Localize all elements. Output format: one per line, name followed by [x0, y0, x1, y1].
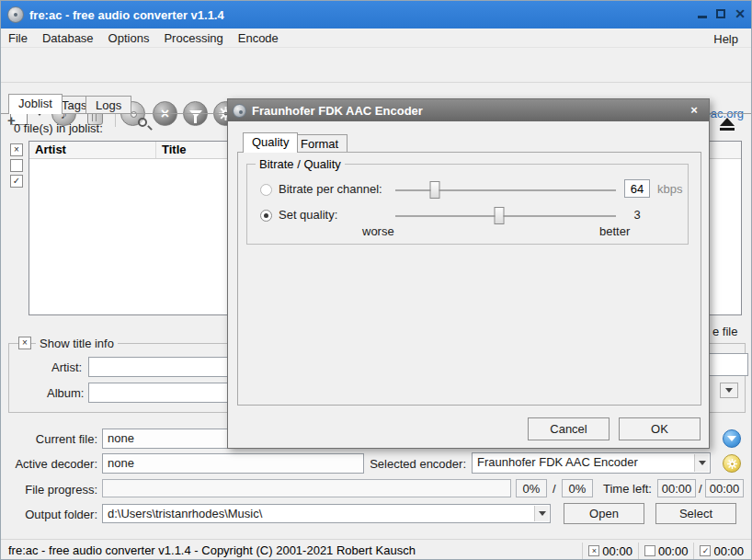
encoder-settings-gear-icon[interactable]: [723, 454, 741, 473]
select-button[interactable]: Select: [655, 503, 736, 524]
bitrate-unit-label: kbps: [657, 182, 682, 196]
check-checkbox-icon: ✓: [700, 545, 711, 556]
quality-slider[interactable]: [395, 215, 616, 217]
open-button[interactable]: Open: [564, 503, 644, 524]
title-info-right-field-fragment[interactable]: [707, 353, 748, 376]
title-info-right-label-fragment: e file: [712, 325, 737, 338]
minimize-icon[interactable]: [698, 16, 707, 18]
empty-checkbox-icon: [644, 545, 655, 556]
file-progress-bar: [102, 479, 511, 497]
timer-value: 00:00: [658, 544, 689, 558]
bitrate-slider[interactable]: [395, 189, 616, 191]
total-progress-percent: 0%: [562, 479, 593, 497]
active-decoder-label: Active decoder:: [1, 457, 97, 471]
menu-encode[interactable]: Encode: [231, 29, 286, 47]
bitrate-label: Bitrate per channel:: [279, 182, 382, 196]
quality-slider-thumb[interactable]: [494, 207, 504, 224]
percent-separator: /: [553, 482, 556, 496]
tab-joblist[interactable]: Joblist: [8, 94, 63, 114]
freac-app-icon: [233, 104, 246, 118]
menu-processing[interactable]: Processing: [156, 29, 230, 47]
eject-icon[interactable]: [713, 115, 741, 133]
output-folder-combobox[interactable]: d:\Users\tristanrhodes\Music\: [102, 504, 551, 523]
bitrate-value-field[interactable]: 64: [624, 179, 650, 198]
joblist-count-label: 0 file(s) in joblist:: [14, 121, 103, 135]
file-progress-percent: 0%: [516, 479, 547, 497]
statusbar-timers: × 00:00 00:00 ✓ 00:00: [582, 543, 749, 559]
quality-label: Set quality:: [279, 208, 337, 222]
menu-bar: File Database Options Processing Encode …: [1, 29, 752, 48]
status-bar: fre:ac - free audio converter v1.1.4 - C…: [1, 539, 752, 560]
window-title: fre:ac - free audio converter v1.1.4: [29, 8, 224, 22]
encoder-dropdown-icon[interactable]: [694, 454, 709, 472]
cancel-button[interactable]: Cancel: [528, 417, 610, 440]
funnel-glyph: [727, 436, 736, 441]
timer-value: 00:00: [602, 544, 632, 558]
toolbar: + ♪ ♪ × × www.freac.org: [1, 49, 752, 83]
artist-label: Artist:: [51, 360, 82, 374]
dialog-titlebar[interactable]: Fraunhofer FDK AAC Encoder ×: [228, 99, 709, 121]
menu-database[interactable]: Database: [35, 29, 101, 47]
gear-glyph: [727, 459, 737, 469]
selected-encoder-label: Selected encoder:: [369, 457, 466, 471]
ok-button[interactable]: OK: [619, 417, 701, 440]
timer-unchecked-tracks: 00:00: [638, 543, 694, 559]
selected-encoder-combobox[interactable]: Fraunhofer FDK AAC Encoder: [472, 452, 711, 474]
timer-value: 00:00: [713, 544, 744, 558]
output-folder-value: d:\Users\tristanrhodes\Music\: [108, 507, 262, 520]
freac-main-window: fre:ac - free audio converter v1.1.4 ✕ F…: [0, 0, 752, 560]
quality-value: 3: [624, 208, 650, 222]
chevron-down-icon: [725, 388, 733, 393]
signal-processing-icon[interactable]: [723, 429, 741, 448]
dialog-close-icon[interactable]: ×: [687, 103, 701, 118]
dialog-tab-quality[interactable]: Quality: [243, 132, 298, 153]
scale-worse-label: worse: [362, 224, 394, 238]
active-decoder-value: none: [102, 453, 364, 474]
dialog-title: Fraunhofer FDK AAC Encoder: [252, 104, 423, 118]
bitrate-radio[interactable]: [260, 184, 272, 196]
maximize-icon[interactable]: [716, 9, 725, 18]
title-info-right-dropdown-fragment[interactable]: [720, 383, 738, 398]
time-left-label: Time left:: [603, 482, 652, 496]
time-separator: /: [699, 482, 702, 496]
show-title-info-label: Show title info: [36, 337, 118, 350]
magnifier-glyph: [138, 118, 147, 127]
output-folder-dropdown-icon[interactable]: [534, 506, 549, 521]
scale-better-label: better: [599, 224, 630, 238]
show-title-info-checkbox[interactable]: ×: [18, 337, 31, 349]
x-checkbox-icon: ×: [588, 545, 599, 556]
toggle-selection-button[interactable]: ✓: [10, 175, 23, 188]
column-header-artist[interactable]: Artist: [29, 142, 156, 158]
encoder-config-dialog: Fraunhofer FDK AAC Encoder × Quality For…: [227, 98, 710, 449]
tab-logs[interactable]: Logs: [85, 96, 131, 114]
quality-radio[interactable]: [260, 210, 272, 222]
dialog-tab-format[interactable]: Format: [291, 134, 348, 153]
time-left-total: 00:00: [705, 479, 744, 497]
file-progress-label: File progress:: [1, 483, 97, 497]
menu-help[interactable]: Help: [706, 30, 746, 48]
select-all-button[interactable]: ×: [10, 143, 23, 156]
album-label: Album:: [47, 386, 84, 400]
timer-checked-tracks: ✓ 00:00: [693, 543, 749, 559]
close-icon[interactable]: ✕: [735, 9, 746, 18]
bitrate-quality-group-label: Bitrate / Quality: [256, 157, 345, 171]
timer-all-tracks: × 00:00: [582, 543, 638, 559]
freac-app-icon: [7, 6, 24, 23]
window-titlebar[interactable]: fre:ac - free audio converter v1.1.4 ✕: [1, 1, 752, 29]
current-file-label: Current file:: [1, 432, 97, 446]
selected-encoder-value: Fraunhofer FDK AAC Encoder: [477, 455, 638, 469]
menu-options[interactable]: Options: [101, 29, 157, 47]
menu-file[interactable]: File: [1, 29, 35, 47]
select-none-button[interactable]: [10, 159, 23, 172]
time-left-file: 00:00: [657, 479, 696, 497]
bitrate-slider-thumb[interactable]: [430, 181, 440, 199]
statusbar-text: fre:ac - free audio converter v1.1.4 - C…: [8, 543, 416, 557]
output-folder-label: Output folder:: [1, 508, 97, 521]
